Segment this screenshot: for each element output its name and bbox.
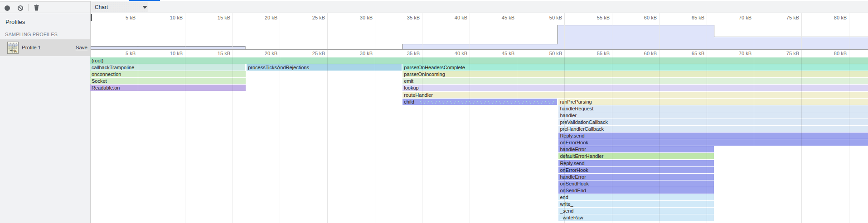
flame-frame[interactable]: callbackTrampoline xyxy=(90,64,245,71)
flame-frame[interactable]: child xyxy=(402,99,557,105)
flame-frame[interactable]: routeHandler xyxy=(402,92,868,98)
flamechart-gridline xyxy=(280,50,280,223)
overview-ruler-label: 35 kB xyxy=(407,15,420,20)
delete-profile-button[interactable] xyxy=(34,5,39,11)
profile-item-label: Profile 1 xyxy=(22,45,41,50)
toolbar-separator xyxy=(28,4,29,11)
flame-frame[interactable]: Socket xyxy=(90,78,246,84)
flame-frame[interactable]: onSendEnd xyxy=(558,187,714,194)
flamechart-gridline xyxy=(327,50,328,223)
chart-header: Chart xyxy=(91,1,868,13)
flamechart-gridline xyxy=(754,50,754,223)
flame-frame[interactable]: handleRequest xyxy=(558,105,868,112)
profile-save-link[interactable]: Save xyxy=(76,45,87,50)
overview-ruler-label: 45 kB xyxy=(502,15,514,20)
flame-frame[interactable]: handleError xyxy=(558,174,714,180)
flamechart-ruler-label: 60 kB xyxy=(644,51,657,56)
overview-gridline xyxy=(801,13,802,49)
overview-ruler-label: 50 kB xyxy=(549,15,562,20)
flamechart-gridline xyxy=(612,50,612,223)
overview-gridline xyxy=(185,13,185,49)
flamechart-ruler-label: 10 kB xyxy=(170,51,183,56)
devtools-memory-profiler-panel: Chart Profiles SAMPLING PROFILES % Profi… xyxy=(0,0,868,223)
flame-frame[interactable]: onErrorHook xyxy=(558,167,714,173)
clear-all-profiles-button[interactable] xyxy=(18,5,23,11)
overview-ruler-label: 40 kB xyxy=(455,15,467,20)
overview-border xyxy=(91,49,868,50)
overview-gridline xyxy=(233,13,233,49)
overview-gridline xyxy=(138,13,138,49)
overview-ruler-label: 65 kB xyxy=(692,15,704,20)
overview-gridline xyxy=(849,13,849,49)
view-mode-select[interactable]: Chart xyxy=(92,2,148,12)
record-button[interactable] xyxy=(5,5,10,11)
flamechart-gridline xyxy=(470,50,470,223)
flame-frame[interactable]: parserOnHeadersComplete xyxy=(402,64,868,71)
overview-ruler-label: 70 kB xyxy=(739,15,752,20)
flame-frame[interactable]: lookup xyxy=(402,85,868,91)
overview-ruler-label: 10 kB xyxy=(170,15,183,20)
flamechart-ruler-label: 5 kB xyxy=(126,51,136,56)
sidebar-item-profile-1[interactable]: % Profile 1 Save xyxy=(0,39,90,56)
flame-frame[interactable]: Readable.on xyxy=(90,85,246,91)
flamechart-ruler-label: 45 kB xyxy=(502,51,514,56)
flame-frame[interactable]: onErrorHook xyxy=(558,139,868,146)
chevron-down-icon xyxy=(142,6,147,9)
overview-gridline xyxy=(707,13,707,49)
sampling-profiles-section-header: SAMPLING PROFILES xyxy=(5,32,58,37)
svg-text:%: % xyxy=(14,48,18,53)
flamechart-ruler-label: 35 kB xyxy=(407,51,420,56)
flamechart-gridline xyxy=(233,50,233,223)
overview-ruler-label: 60 kB xyxy=(644,15,657,20)
memory-overview-pane[interactable]: 5 kB10 kB15 kB20 kB25 kB30 kB35 kB40 kB4… xyxy=(91,13,868,49)
overview-ruler-label: 20 kB xyxy=(265,15,277,20)
flame-frame[interactable]: runPreParsing xyxy=(558,99,868,105)
flamechart-ruler-label: 40 kB xyxy=(455,51,467,56)
sidebar-title: Profiles xyxy=(5,19,25,25)
flamechart-ruler-label: 30 kB xyxy=(360,51,373,56)
flame-frame[interactable]: onconnection xyxy=(90,71,246,77)
flamechart-ruler-label: 15 kB xyxy=(218,51,230,56)
overview-gridline xyxy=(470,13,470,49)
flame-frame[interactable]: _writeRaw xyxy=(558,214,714,221)
flamechart-gridline xyxy=(564,50,565,223)
profile-document-icon: % xyxy=(7,42,19,54)
overview-gridline xyxy=(517,13,517,49)
overview-gridline xyxy=(612,13,612,49)
flame-frame[interactable]: preValidationCallback xyxy=(558,119,868,125)
flamechart-ruler-label: 65 kB xyxy=(692,51,704,56)
flamechart-ruler-label: 50 kB xyxy=(549,51,562,56)
flamechart-gridline xyxy=(801,50,802,223)
flame-chart[interactable]: 5 kB10 kB15 kB20 kB25 kB30 kB35 kB40 kB4… xyxy=(91,13,868,223)
flamechart-ruler-label: 25 kB xyxy=(312,51,325,56)
flame-frame[interactable]: write_ xyxy=(558,201,714,207)
overview-ruler-label: 30 kB xyxy=(360,15,373,20)
flame-frame[interactable]: handler xyxy=(558,112,868,119)
flamechart-gridline xyxy=(517,50,517,223)
flame-frame[interactable]: handleError xyxy=(558,146,714,152)
overview-ruler-label: 5 kB xyxy=(126,15,136,20)
flame-frame[interactable]: defaultErrorHandler xyxy=(558,153,714,159)
flamechart-ruler-label: 80 kB xyxy=(834,51,847,56)
profiles-sidebar: Profiles SAMPLING PROFILES % Profile 1 S… xyxy=(0,13,90,223)
flame-frame[interactable]: end xyxy=(558,194,714,200)
flamechart-gridline xyxy=(707,50,707,223)
flame-frame[interactable]: Reply.send xyxy=(558,160,714,166)
flame-frame[interactable]: onSendHook xyxy=(558,180,714,187)
flame-frame[interactable]: preHandlerCallback xyxy=(558,126,868,132)
flame-frame[interactable]: Reply.send xyxy=(558,133,868,139)
view-mode-value: Chart xyxy=(95,2,108,12)
flame-frame[interactable]: _send xyxy=(558,208,714,214)
overview-window-left-grabber[interactable] xyxy=(91,14,92,21)
flame-frame[interactable]: (root) xyxy=(90,57,868,64)
flamechart-ruler-label: 20 kB xyxy=(265,51,277,56)
overview-ruler-label: 25 kB xyxy=(312,15,325,20)
flame-frame[interactable]: parserOnIncoming xyxy=(402,71,868,77)
flame-frame[interactable]: processTicksAndRejections xyxy=(247,64,402,71)
overview-gridline xyxy=(375,13,375,49)
overview-ruler-label: 80 kB xyxy=(834,15,847,20)
flame-frame[interactable]: emit xyxy=(402,78,868,84)
overview-gridline xyxy=(327,13,328,49)
flamechart-gridline xyxy=(849,50,849,223)
overview-ruler-label: 15 kB xyxy=(218,15,230,20)
